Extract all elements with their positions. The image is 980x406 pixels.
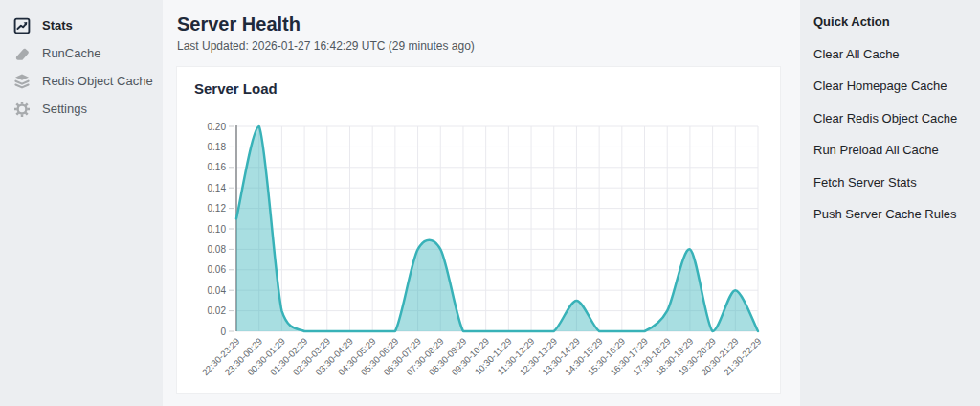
quick-action-clear-homepage-cache[interactable]: Clear Homepage Cache	[813, 79, 980, 93]
last-updated-text: Last Updated: 2026-01-27 16:42:29 UTC (2…	[177, 39, 800, 54]
svg-text:0.02: 0.02	[208, 305, 227, 316]
left-sidebar-nav: StatsRunCacheRedis Object CacheSettings	[0, 11, 163, 123]
gear-icon	[13, 101, 31, 118]
sidebar-item-label: Stats	[42, 18, 73, 33]
quick-action-list: Clear All CacheClear Homepage CacheClear…	[813, 47, 980, 222]
server-load-chart: 00.020.040.060.080.100.120.140.160.180.2…	[177, 67, 780, 393]
svg-text:0.20: 0.20	[208, 122, 227, 132]
svg-text:0.18: 0.18	[208, 142, 227, 152]
quick-action-panel: Quick Action Clear All CacheClear Homepa…	[800, 0, 980, 406]
sidebar-item-label: RunCache	[42, 46, 100, 60]
sidebar-item-settings[interactable]: Settings	[0, 95, 163, 123]
sidebar-item-label: Redis Object Cache	[42, 74, 153, 88]
quick-action-push-server-cache-rules[interactable]: Push Server Cache Rules	[813, 207, 980, 221]
sidebar-item-label: Settings	[42, 102, 87, 116]
svg-text:0.04: 0.04	[208, 285, 227, 296]
page-title: Server Health	[177, 11, 800, 36]
sidebar-item-runcache[interactable]: RunCache	[0, 39, 163, 67]
layers-icon	[13, 73, 31, 90]
svg-text:0.06: 0.06	[208, 264, 227, 275]
svg-text:0.16: 0.16	[208, 162, 227, 172]
main-content: Server Health Last Updated: 2026-01-27 1…	[163, 0, 800, 406]
quick-action-clear-redis-object-cache[interactable]: Clear Redis Object Cache	[813, 111, 980, 125]
svg-text:0: 0	[220, 327, 226, 337]
quick-action-fetch-server-stats[interactable]: Fetch Server Stats	[813, 175, 980, 190]
svg-text:0.12: 0.12	[208, 203, 227, 214]
svg-text:0.08: 0.08	[208, 244, 227, 255]
quick-action-clear-all-cache[interactable]: Clear All Cache	[813, 47, 980, 61]
left-sidebar: StatsRunCacheRedis Object CacheSettings	[0, 0, 163, 406]
server-load-card: Server Load 00.020.040.060.080.100.120.1…	[177, 67, 780, 393]
quick-action-title: Quick Action	[813, 14, 980, 29]
sidebar-item-redis-object-cache[interactable]: Redis Object Cache	[0, 67, 163, 95]
eraser-icon	[13, 45, 31, 62]
sidebar-item-stats[interactable]: Stats	[0, 11, 163, 39]
svg-text:0.10: 0.10	[208, 224, 227, 235]
stats-chart-icon	[13, 17, 31, 34]
svg-text:0.14: 0.14	[208, 183, 227, 193]
quick-action-run-preload-all-cache[interactable]: Run Preload All Cache	[813, 143, 980, 157]
